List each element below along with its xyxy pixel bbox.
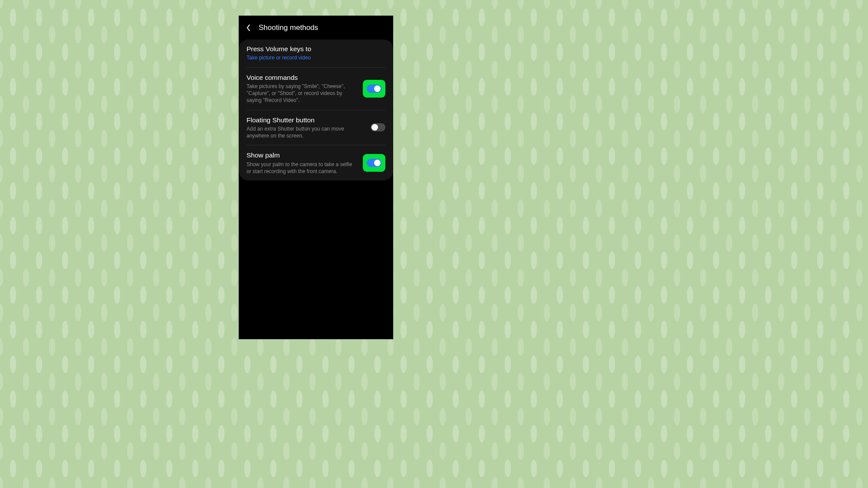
floating-shutter-toggle[interactable] (371, 123, 385, 131)
setting-sublabel: Take picture or record video (247, 54, 385, 61)
setting-label: Show palm (247, 151, 358, 159)
setting-label: Floating Shutter button (247, 116, 365, 124)
settings-card: Press Volume keys to Take picture or rec… (239, 39, 393, 180)
setting-press-volume-keys[interactable]: Press Volume keys to Take picture or rec… (239, 39, 393, 67)
setting-voice-commands[interactable]: Voice commands Take pictures by saying "… (239, 67, 393, 110)
setting-sublabel: Show your palm to the camera to take a s… (247, 161, 358, 175)
phone-frame: Shooting methods Press Volume keys to Ta… (239, 16, 393, 339)
setting-sublabel: Take pictures by saying "Smile", "Cheese… (247, 83, 358, 104)
setting-floating-shutter[interactable]: Floating Shutter button Add an extra Shu… (239, 110, 393, 145)
page-background (0, 0, 868, 488)
highlight-box (363, 154, 385, 172)
setting-label: Voice commands (247, 73, 358, 82)
voice-commands-toggle[interactable] (367, 85, 381, 93)
settings-header: Shooting methods (239, 16, 393, 39)
setting-label: Press Volume keys to (247, 45, 385, 53)
highlight-box (363, 80, 385, 98)
page-title: Shooting methods (259, 23, 318, 32)
setting-sublabel: Add an extra Shutter button you can move… (247, 125, 365, 139)
show-palm-toggle[interactable] (367, 159, 381, 167)
setting-show-palm[interactable]: Show palm Show your palm to the camera t… (239, 145, 393, 180)
back-icon[interactable] (244, 23, 253, 32)
